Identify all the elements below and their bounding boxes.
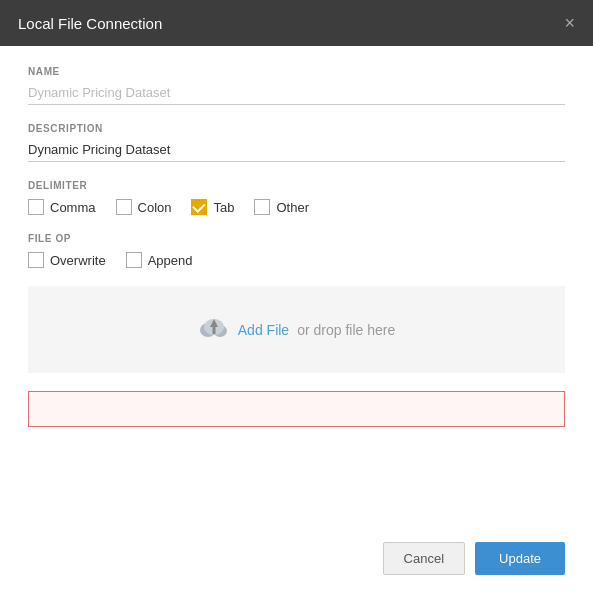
modal-title: Local File Connection — [18, 15, 162, 32]
upload-icon — [198, 314, 230, 345]
upload-or-text: or drop file here — [297, 322, 395, 338]
add-file-link[interactable]: Add File — [238, 322, 289, 338]
fileop-section: FILE OP Overwrite Append — [28, 233, 565, 268]
description-value: Dynamic Pricing Dataset — [28, 138, 565, 162]
delimiter-comma[interactable]: Comma — [28, 199, 96, 215]
colon-label: Colon — [138, 200, 172, 215]
error-input[interactable] — [28, 391, 565, 427]
overwrite-checkbox[interactable] — [28, 252, 44, 268]
colon-checkbox[interactable] — [116, 199, 132, 215]
description-field-group: DESCRIPTION Dynamic Pricing Dataset — [28, 123, 565, 162]
modal-footer: Cancel Update — [0, 528, 593, 595]
name-label: NAME — [28, 66, 565, 77]
update-button[interactable]: Update — [475, 542, 565, 575]
comma-label: Comma — [50, 200, 96, 215]
other-label: Other — [276, 200, 309, 215]
svg-rect-4 — [212, 327, 215, 334]
delimiter-colon[interactable]: Colon — [116, 199, 172, 215]
close-button[interactable]: × — [564, 14, 575, 32]
other-checkbox[interactable] — [254, 199, 270, 215]
upload-area[interactable]: Add File or drop file here — [28, 286, 565, 373]
name-input[interactable] — [28, 81, 565, 105]
delimiter-other[interactable]: Other — [254, 199, 309, 215]
modal-body: NAME DESCRIPTION Dynamic Pricing Dataset… — [0, 46, 593, 528]
tab-checkbox[interactable] — [191, 199, 207, 215]
modal-header: Local File Connection × — [0, 0, 593, 46]
fileop-label: FILE OP — [28, 233, 565, 244]
delimiter-tab[interactable]: Tab — [191, 199, 234, 215]
cancel-button[interactable]: Cancel — [383, 542, 465, 575]
append-checkbox[interactable] — [126, 252, 142, 268]
append-label: Append — [148, 253, 193, 268]
description-label: DESCRIPTION — [28, 123, 565, 134]
fileop-append[interactable]: Append — [126, 252, 193, 268]
comma-checkbox[interactable] — [28, 199, 44, 215]
name-field-group: NAME — [28, 66, 565, 105]
fileop-overwrite[interactable]: Overwrite — [28, 252, 106, 268]
modal-container: Local File Connection × NAME DESCRIPTION… — [0, 0, 593, 595]
delimiter-section: DELIMITER Comma Colon Tab Other — [28, 180, 565, 215]
fileop-options: Overwrite Append — [28, 252, 565, 268]
tab-label: Tab — [213, 200, 234, 215]
delimiter-label: DELIMITER — [28, 180, 565, 191]
overwrite-label: Overwrite — [50, 253, 106, 268]
delimiter-options: Comma Colon Tab Other — [28, 199, 565, 215]
